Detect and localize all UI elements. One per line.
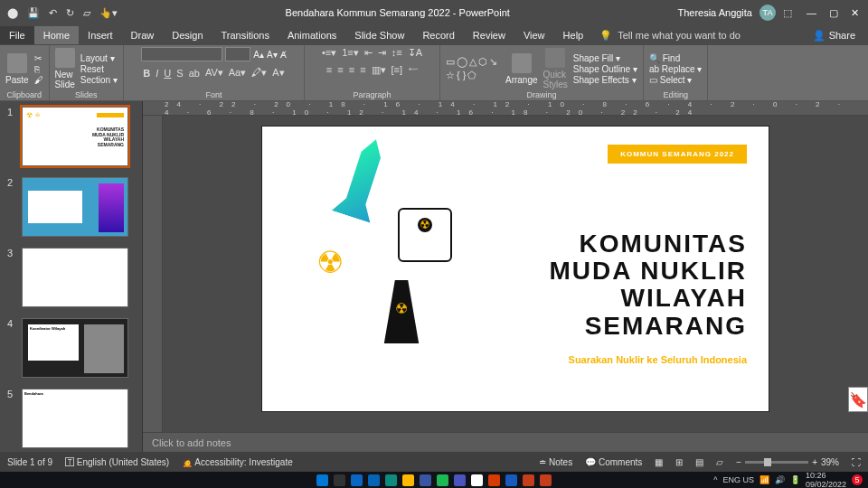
- tab-slideshow[interactable]: Slide Show: [345, 26, 413, 44]
- shrink-font-button[interactable]: A▾: [267, 50, 278, 60]
- language-tray[interactable]: ENG US: [722, 475, 754, 484]
- battery-icon[interactable]: 🔋: [790, 475, 800, 484]
- tab-transitions[interactable]: Transitions: [212, 26, 278, 44]
- powerpoint-icon[interactable]: [540, 474, 552, 486]
- italic-button[interactable]: I: [156, 68, 158, 79]
- language-indicator[interactable]: 🅃 English (United States): [65, 457, 169, 467]
- shape-fill-button[interactable]: Shape Fill ▾: [573, 53, 637, 63]
- tab-file[interactable]: File: [0, 26, 34, 44]
- bookmark-tab[interactable]: 🔖: [848, 387, 868, 412]
- comments-toggle[interactable]: 💬 Comments: [585, 457, 642, 467]
- cut-button[interactable]: ✂: [34, 53, 43, 63]
- slide-stage[interactable]: KOMMUN SEMARANG 2022 KOMUNITAS MUDA NUKL…: [163, 116, 868, 432]
- save-icon[interactable]: 💾: [27, 7, 40, 19]
- current-slide[interactable]: KOMMUN SEMARANG 2022 KOMUNITAS MUDA NUKL…: [262, 127, 769, 411]
- slide-subtitle[interactable]: Suarakan Nuklir ke Seluruh Indonesia: [569, 354, 747, 365]
- tab-design[interactable]: Design: [163, 26, 212, 44]
- tab-review[interactable]: Review: [464, 26, 514, 44]
- thumbnail-1[interactable]: 1☢ ⚛KOMUNITAS MUDA NUKLIR WILAYAH SEMARA…: [0, 101, 142, 172]
- smartart-button[interactable]: ⬳: [408, 64, 418, 76]
- font-family-combo[interactable]: [141, 47, 222, 61]
- maximize-button[interactable]: ▢: [829, 7, 838, 19]
- zoom-out-button[interactable]: −: [736, 457, 741, 467]
- copy-button[interactable]: ⎘: [34, 64, 43, 74]
- close-button[interactable]: ✕: [851, 7, 859, 19]
- layout-button[interactable]: Layout ▾: [80, 53, 118, 63]
- font-color-button[interactable]: A▾: [272, 67, 284, 79]
- zoom-slider[interactable]: [745, 461, 808, 464]
- text-direction-button[interactable]: ↧A: [408, 47, 422, 59]
- align-text-button[interactable]: [≡]: [392, 64, 403, 76]
- shape-effects-button[interactable]: Shape Effects ▾: [573, 75, 637, 85]
- tab-view[interactable]: View: [514, 26, 554, 44]
- mail-icon[interactable]: [368, 474, 380, 486]
- section-button[interactable]: Section ▾: [80, 75, 118, 85]
- zoom-in-button[interactable]: +: [812, 457, 817, 467]
- notes-toggle[interactable]: ≐ Notes: [539, 457, 572, 467]
- chrome-icon[interactable]: [471, 474, 483, 486]
- fit-to-window-button[interactable]: ⛶: [852, 457, 861, 467]
- minimize-button[interactable]: —: [807, 7, 816, 19]
- volume-icon[interactable]: 🔊: [775, 475, 785, 484]
- reading-view-button[interactable]: ▤: [695, 457, 703, 467]
- replace-button[interactable]: ab Replace ▾: [649, 64, 702, 74]
- wifi-icon[interactable]: 📶: [760, 475, 769, 484]
- notes-pane[interactable]: Click to add notes: [143, 432, 868, 452]
- shapes-gallery[interactable]: ▭◯△⬡↘☆{ }⬠: [446, 56, 500, 81]
- accessibility-check[interactable]: 🙍 Accessibility: Investigate: [182, 457, 293, 467]
- tell-me-search[interactable]: 💡 Tell me what you want to do: [599, 30, 741, 42]
- clear-format-button[interactable]: A̸: [280, 50, 287, 60]
- indent-dec-button[interactable]: ⇤: [364, 47, 373, 59]
- undo-icon[interactable]: ↶: [49, 7, 57, 19]
- case-button[interactable]: Aa▾: [229, 67, 246, 79]
- shape-outline-button[interactable]: Shape Outline ▾: [573, 64, 637, 74]
- paste-button[interactable]: Paste: [5, 53, 29, 85]
- new-slide-button[interactable]: New Slide: [55, 48, 75, 89]
- ribbon-display-icon[interactable]: ⬚: [783, 7, 792, 19]
- circuit-icon[interactable]: [398, 208, 452, 262]
- reset-button[interactable]: Reset: [80, 64, 118, 74]
- tab-help[interactable]: Help: [554, 26, 593, 44]
- thumbnail-3[interactable]: 3: [0, 242, 142, 313]
- touchmode-icon[interactable]: 👆▾: [99, 7, 118, 19]
- teams-icon[interactable]: [454, 474, 466, 486]
- bold-button[interactable]: B: [143, 68, 150, 79]
- quick-styles-button[interactable]: Quick Styles: [543, 48, 568, 89]
- select-button[interactable]: ▭ Select ▾: [649, 75, 702, 85]
- redo-icon[interactable]: ↻: [66, 7, 74, 19]
- spacing-button[interactable]: AV▾: [205, 67, 223, 79]
- normal-view-button[interactable]: ▦: [655, 457, 663, 467]
- search-icon[interactable]: [334, 474, 345, 486]
- align-center-button[interactable]: ≡: [337, 64, 343, 76]
- edge-icon[interactable]: [385, 474, 397, 486]
- numbering-button[interactable]: 1≡▾: [342, 47, 359, 59]
- shadow-button[interactable]: ab: [189, 68, 200, 79]
- grow-font-button[interactable]: A▴: [253, 50, 264, 60]
- bullets-button[interactable]: •≡▾: [322, 47, 336, 59]
- tab-animations[interactable]: Animations: [278, 26, 345, 44]
- zoom-control[interactable]: − + 39%: [736, 457, 839, 467]
- tab-draw[interactable]: Draw: [122, 26, 164, 44]
- highlight-button[interactable]: 🖍▾: [251, 67, 267, 79]
- jupyter-icon[interactable]: [523, 474, 534, 486]
- format-painter-button[interactable]: 🖌: [34, 75, 43, 85]
- underline-button[interactable]: U: [164, 68, 171, 79]
- microscope-icon[interactable]: [402, 127, 484, 190]
- share-button[interactable]: 👤 Share: [813, 30, 868, 42]
- thumbnail-4[interactable]: 4Koordinator Wilayah: [0, 313, 142, 383]
- clock[interactable]: 10:2609/02/2022: [806, 471, 846, 488]
- thumbnail-2[interactable]: 2: [0, 172, 142, 242]
- font-size-combo[interactable]: [225, 47, 250, 61]
- slideshow-view-button[interactable]: ▱: [716, 457, 723, 467]
- zoom-level[interactable]: 39%: [821, 457, 839, 467]
- strike-button[interactable]: S: [176, 68, 183, 79]
- columns-button[interactable]: ▥▾: [372, 64, 386, 76]
- line-spacing-button[interactable]: ↕≡: [392, 47, 402, 59]
- cooling-tower-icon[interactable]: [380, 280, 423, 343]
- tab-insert[interactable]: Insert: [79, 26, 122, 44]
- find-button[interactable]: 🔍 Find: [649, 53, 702, 63]
- start-button[interactable]: [316, 474, 328, 486]
- slide-badge[interactable]: KOMMUN SEMARANG 2022: [608, 145, 747, 164]
- autosave-toggle[interactable]: ⬤: [7, 7, 18, 19]
- slide-title[interactable]: KOMUNITAS MUDA NUKLIR WILAYAH SEMARANG: [550, 230, 748, 340]
